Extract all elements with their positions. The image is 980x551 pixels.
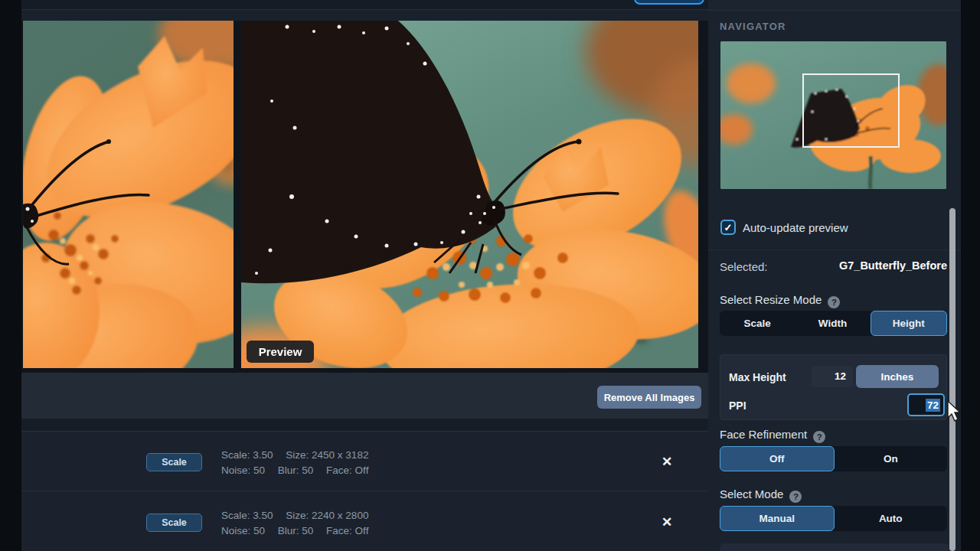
dimensions-panel: Max Height 12 Inches PPI 72: [720, 354, 947, 420]
max-height-input[interactable]: 12: [812, 366, 853, 387]
help-icon[interactable]: ?: [828, 296, 840, 308]
processed-image: [241, 21, 698, 368]
row-blur-value: Blur: 50: [278, 465, 314, 476]
row-scale-value: Scale: 3.50: [221, 510, 273, 521]
resize-mode-section-label: Select Resize Mode?: [720, 293, 840, 308]
auto-update-label: Auto-update preview: [743, 221, 848, 234]
queue-toolbar: Remove All Images: [21, 373, 708, 419]
resize-mode-option-scale[interactable]: Scale: [720, 311, 795, 336]
resize-mode-option-height[interactable]: Height: [871, 311, 947, 336]
row-size-value: Size: 2240 x 2800: [286, 510, 368, 521]
row-noise-value: Noise: 50: [221, 525, 265, 536]
help-icon[interactable]: ?: [813, 431, 825, 443]
face-refinement-option-on[interactable]: On: [835, 446, 948, 471]
original-image: [23, 21, 234, 368]
sidebar-top-band: [708, 0, 961, 11]
selected-filename: G7_Butterfly_Before: [720, 259, 947, 272]
scale-mode-button[interactable]: Scale: [146, 453, 202, 471]
select-mode-segmented-control: Manual Auto: [720, 506, 947, 531]
queue-row-info: Scale: 3.50 Size: 2450 x 3182 Noise: 50 …: [221, 448, 573, 478]
settings-sidebar: NAVIGATOR: [708, 0, 961, 551]
queue-row: Scale Scale: 3.50 Size: 2240 x 2800 Nois…: [21, 492, 708, 551]
divider: [708, 249, 961, 250]
ppi-selected-text: 72: [926, 399, 940, 412]
row-noise-value: Noise: 50: [221, 465, 265, 476]
original-image-pane[interactable]: [23, 21, 234, 368]
top-blue-button-fragment[interactable]: [634, 0, 704, 5]
face-refinement-section-label: Face Refinement?: [720, 428, 825, 443]
help-icon[interactable]: ?: [789, 491, 802, 503]
check-icon: ✓: [724, 222, 733, 233]
row-face-value: Face: Off: [326, 525, 368, 536]
select-mode-option-auto[interactable]: Auto: [835, 506, 948, 531]
ppi-label: PPI: [729, 399, 746, 412]
preview-tag: Preview: [247, 341, 314, 363]
sidebar-scrollbar-thumb[interactable]: [949, 208, 956, 551]
auto-update-checkbox[interactable]: ✓: [720, 220, 736, 235]
row-blur-value: Blur: 50: [278, 525, 314, 536]
unit-dropdown[interactable]: Inches: [856, 365, 939, 388]
queue-row-info: Scale: 3.50 Size: 2240 x 2800 Noise: 50 …: [221, 508, 573, 539]
queue-row: Scale Scale: 3.50 Size: 2450 x 3182 Nois…: [21, 432, 708, 491]
next-section-panel: [720, 543, 949, 551]
remove-image-icon[interactable]: ✕: [659, 515, 675, 530]
face-refinement-option-off[interactable]: Off: [720, 446, 835, 471]
max-height-label: Max Height: [729, 371, 786, 383]
remove-all-images-button[interactable]: Remove All Images: [597, 386, 701, 409]
preview-area: Preview: [21, 21, 708, 373]
navigator-thumbnail[interactable]: [720, 41, 946, 189]
row-size-value: Size: 2450 x 3182: [286, 449, 368, 461]
face-refinement-segmented-control: Off On: [720, 446, 947, 471]
image-queue-list: Scale Scale: 3.50 Size: 2450 x 3182 Nois…: [21, 431, 708, 551]
resize-mode-option-width[interactable]: Width: [795, 311, 870, 336]
processed-image-pane[interactable]: Preview: [241, 21, 698, 368]
scale-mode-button[interactable]: Scale: [146, 514, 202, 532]
navigator-title: NAVIGATOR: [720, 21, 786, 32]
row-face-value: Face: Off: [326, 465, 368, 476]
select-mode-option-manual[interactable]: Manual: [720, 506, 835, 531]
gap-band: [21, 419, 708, 431]
navigator-viewport-rect[interactable]: [802, 73, 900, 148]
ppi-input[interactable]: 72: [907, 393, 945, 416]
select-mode-section-label: Select Mode?: [720, 487, 802, 503]
remove-image-icon[interactable]: ✕: [659, 455, 675, 470]
resize-mode-segmented-control: Scale Width Height: [720, 311, 947, 336]
row-scale-value: Scale: 3.50: [221, 449, 273, 461]
